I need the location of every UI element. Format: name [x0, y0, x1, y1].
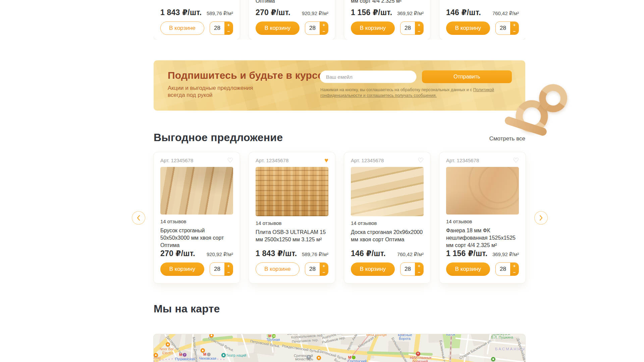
add-to-cart-button[interactable]: В корзину: [351, 262, 395, 276]
product-image: [351, 167, 424, 216]
product-name: Плита OSB-3 ULTRALAM 15 мм 2500x1250 мм …: [256, 229, 328, 243]
map-label: болезней: [413, 359, 428, 362]
reviews-link[interactable]: 14 отзывов: [160, 219, 233, 224]
map-label: Сретенский: [347, 359, 367, 362]
price-per-unit: 270 ₽/шт.: [256, 8, 290, 17]
reviews-link[interactable]: 14 отзывов: [351, 220, 424, 226]
decrease-quantity-button[interactable]: −: [415, 28, 423, 35]
price-per-unit: 270 ₽/шт.: [160, 249, 195, 258]
increase-quantity-button[interactable]: +: [224, 22, 233, 28]
decrease-quantity-button[interactable]: −: [510, 28, 519, 35]
product-card: Арт. 12345678 ♡ 14 отзывов Фанера 18 мм …: [439, 152, 526, 283]
quantity-stepper: 28 + −: [495, 262, 519, 276]
carousel-prev-button[interactable]: [132, 211, 145, 225]
sku-label: Арт. 12345678: [160, 158, 193, 163]
quantity-value[interactable]: 28: [400, 263, 415, 276]
increase-quantity-button[interactable]: +: [320, 263, 328, 269]
price-per-unit: 146 ₽/шт.: [446, 8, 481, 17]
price-per-m2: 760,42 ₽/м²: [397, 251, 424, 257]
favorite-icon[interactable]: ♡: [513, 157, 519, 164]
add-to-cart-button[interactable]: В корзину: [351, 21, 395, 35]
map-label: Noor Bar: [160, 347, 174, 351]
metro-station-icon: M: [401, 334, 404, 335]
poi-pin-icon: [154, 353, 158, 357]
quantity-value[interactable]: 28: [210, 22, 224, 35]
chevron-left-icon: [137, 215, 141, 221]
subscribe-disclaimer: Нажимая на кнопку, вы соглашаетесь на об…: [320, 87, 501, 98]
subscribe-submit-button[interactable]: Отправить: [422, 70, 512, 83]
reviews-link[interactable]: 14 отзывов: [256, 220, 328, 226]
increase-quantity-button[interactable]: +: [510, 263, 519, 269]
quantity-value[interactable]: 28: [305, 263, 320, 276]
in-cart-button[interactable]: В корзине: [160, 21, 204, 35]
quantity-value[interactable]: 28: [305, 22, 320, 35]
subscribe-subtitle: Акции и выгодные предложения всегда под …: [168, 84, 268, 99]
favorite-icon[interactable]: ♡: [418, 157, 424, 164]
section-title: Мы на карте: [154, 303, 220, 315]
decrease-quantity-button[interactable]: −: [224, 28, 233, 35]
hospital-poi-icon: [416, 352, 420, 356]
favorite-icon[interactable]: ♥: [324, 157, 328, 164]
price-per-m2: 920,92 ₽/м²: [302, 10, 328, 16]
city-map[interactable]: Noor Bar Electro базар Пушкинская Чеховс…: [154, 334, 525, 362]
carousel-next-button[interactable]: [534, 211, 548, 225]
product-card: мм сорт 4/4 2.325 м² 1 156 ₽/шт. 369,92 …: [344, 0, 430, 40]
offers-cards-row: Арт. 12345678 ♡ 14 отзывов Брусок строга…: [154, 152, 525, 283]
quantity-value[interactable]: 28: [496, 263, 510, 276]
increase-quantity-button[interactable]: +: [510, 22, 519, 28]
theater-poi-icon: [221, 353, 226, 357]
decrease-quantity-button[interactable]: −: [510, 269, 519, 276]
decrease-quantity-button[interactable]: −: [224, 269, 233, 276]
map-label: Meta Lounge: [366, 334, 387, 337]
add-to-cart-button[interactable]: В корзину: [160, 262, 204, 276]
decrease-quantity-button[interactable]: −: [320, 269, 328, 276]
quantity-value[interactable]: 28: [496, 22, 510, 35]
product-card: Арт. 12345678 ♡ 14 отзывов Брусок строга…: [154, 152, 240, 283]
quantity-stepper: 28 + −: [305, 21, 328, 35]
add-to-cart-button[interactable]: В корзину: [446, 21, 490, 35]
subscribe-title: Подпишитесь и будьте в курсе: [168, 70, 323, 81]
in-cart-button[interactable]: В корзине: [256, 262, 300, 276]
quantity-value[interactable]: 28: [210, 263, 224, 276]
increase-quantity-button[interactable]: +: [320, 22, 328, 28]
monastery-poi-icon: [307, 355, 311, 359]
quantity-stepper: 28 + −: [210, 21, 233, 35]
product-name-fragment: мм сорт 4/4 2.325 м²: [351, 0, 424, 5]
sku-label: Арт. 12345678: [351, 158, 384, 163]
increase-quantity-button[interactable]: +: [224, 263, 233, 269]
reviews-link[interactable]: 14 отзывов: [446, 219, 519, 224]
storefront-page: 1 843 ₽/шт. 589,76 ₽/м² В корзине 28 + −…: [0, 0, 644, 362]
email-input[interactable]: [320, 70, 417, 83]
increase-quantity-button[interactable]: +: [415, 22, 423, 28]
decrease-quantity-button[interactable]: −: [415, 269, 423, 276]
map-label: Театр наций: [226, 353, 246, 357]
disclaimer-text: Нажимая на кнопку, вы соглашаетесь на об…: [320, 87, 473, 92]
price-per-m2: 760,42 ₽/м²: [492, 10, 519, 16]
map-label: Каток: [446, 334, 455, 336]
add-to-cart-button[interactable]: В корзину: [446, 262, 490, 276]
section-title: Выгодное предложение: [154, 131, 283, 144]
price-per-unit: 1 156 ₽/шт.: [351, 8, 392, 17]
map-label: Пушкинская: [175, 357, 195, 361]
chevron-right-icon: [539, 215, 543, 221]
sku-label: Арт. 12345678: [446, 158, 479, 163]
top-products-row: 1 843 ₽/шт. 589,76 ₽/м² В корзине 28 + −…: [154, 0, 525, 40]
quantity-stepper: 28 + −: [495, 21, 519, 35]
price-per-m2: 369,92 ₽/м²: [397, 10, 424, 16]
favorite-icon[interactable]: ♡: [227, 157, 233, 164]
price-per-m2: 369,92 ₽/м²: [492, 251, 519, 257]
quantity-value[interactable]: 28: [400, 22, 415, 35]
product-name: Фанера 18 мм ФК нешлифованная 1525x1525 …: [446, 227, 519, 249]
add-to-cart-button[interactable]: В корзину: [256, 21, 300, 35]
see-all-link[interactable]: Смотреть все: [489, 135, 525, 142]
product-card: 146 ₽/шт. 760,42 ₽/м² В корзину 28 + −: [439, 0, 525, 40]
increase-quantity-button[interactable]: +: [415, 263, 423, 269]
product-card: Арт. 12345678 ♡ 14 отзывов Доска строган…: [344, 152, 430, 283]
metro-station-icon: M: [348, 355, 356, 359]
decrease-quantity-button[interactable]: −: [320, 28, 328, 35]
map-label: Electro: [162, 351, 173, 355]
price-per-unit: 1 843 ₽/шт.: [256, 249, 297, 258]
price-per-m2: 589,76 ₽/м²: [302, 251, 328, 257]
quantity-stepper: 28 + −: [305, 262, 328, 276]
quantity-stepper: 28 + −: [210, 262, 233, 276]
